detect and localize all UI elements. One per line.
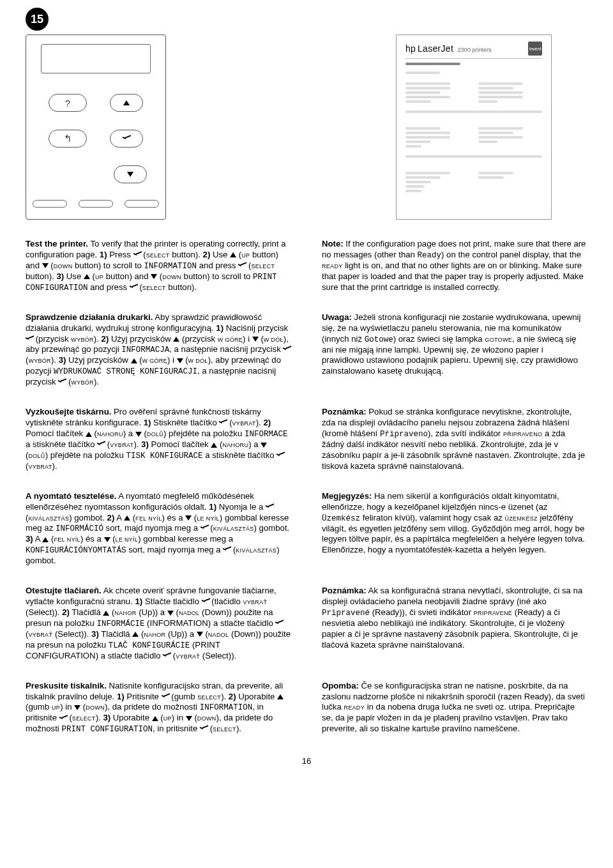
check-icon <box>97 442 105 448</box>
triangle-down-icon <box>167 611 174 616</box>
printout-brand: hp <box>405 43 416 54</box>
note-lead: Megjegyzés: <box>322 491 372 501</box>
instruction-left: Preskusite tiskalnik. Natisnite konfigur… <box>26 681 291 735</box>
check-icon <box>219 420 227 426</box>
triangle-down-icon <box>127 172 133 177</box>
triangle-down-icon <box>42 263 49 268</box>
triangle-up-icon <box>211 443 217 448</box>
check-icon <box>283 347 291 353</box>
printout-model: LaserJet <box>418 43 453 54</box>
instruction-left: Test the printer. To verify that the pri… <box>26 239 291 293</box>
note-lead: Note: <box>322 239 344 248</box>
note-lead: Opomba: <box>322 681 359 690</box>
triangle-up-icon <box>230 252 236 257</box>
printout-header: hp LaserJet 2300 printers invent <box>405 42 542 59</box>
config-page-printout: hp LaserJet 2300 printers invent <box>396 34 552 220</box>
check-icon <box>58 379 66 385</box>
figures-row: ? ↰ hp LaserJet 2300 printe <box>26 34 587 220</box>
panel-slot <box>33 200 67 208</box>
triangle-down-icon <box>186 716 192 721</box>
triangle-up-icon <box>124 515 130 521</box>
lead: Preskusite tiskalnik. <box>26 681 107 690</box>
triangle-down-icon <box>197 632 203 637</box>
triangle-up-icon <box>42 537 49 542</box>
lead: Vyzkoušejte tiskárnu. <box>26 407 111 416</box>
instruction-right: Opomba: Če se konfiguracijska stran ne n… <box>322 681 587 735</box>
triangle-down-icon <box>104 537 110 542</box>
triangle-down-icon <box>74 705 80 710</box>
control-panel-illustration: ? ↰ <box>26 34 166 220</box>
check-icon <box>163 653 170 659</box>
triangle-up-icon <box>277 694 284 699</box>
instruction-left: A nyomtató tesztelése. A nyomtató megfel… <box>26 491 291 567</box>
instruction-left: Sprawdzenie działania drukarki. Aby spra… <box>26 312 291 388</box>
check-icon <box>201 526 208 531</box>
triangle-up-icon <box>123 100 130 105</box>
select-button <box>110 130 143 148</box>
note-lead: Poznámka: <box>322 407 367 416</box>
back-button: ↰ <box>49 130 87 148</box>
instruction-right: Note: If the configuration page does not… <box>322 239 587 293</box>
up-button <box>110 94 143 112</box>
triangle-down-icon <box>185 515 192 521</box>
triangle-down-icon <box>177 358 183 363</box>
check-icon <box>266 505 273 510</box>
step-number-badge: 15 <box>26 8 49 31</box>
triangle-down-icon <box>151 274 157 279</box>
triangle-up-icon <box>131 358 137 363</box>
triangle-up-icon <box>84 274 90 279</box>
check-icon <box>130 285 137 291</box>
instruction-left: Otestujte tlačiareň. Ak chcete overiť sp… <box>26 586 291 661</box>
check-icon <box>202 599 209 605</box>
note-lead: Uwaga: <box>322 312 352 322</box>
triangle-up-icon <box>103 611 109 616</box>
lead: Otestujte tlačiareň. <box>26 586 102 595</box>
lead: Test the printer. <box>26 239 88 248</box>
note-lead: Poznámka: <box>322 586 367 595</box>
check-icon <box>223 547 231 553</box>
step-number: 15 <box>31 13 43 26</box>
down-button <box>114 165 147 183</box>
triangle-down-icon <box>252 337 259 342</box>
check-icon <box>276 453 284 459</box>
triangle-down-icon <box>261 443 267 448</box>
panel-slot <box>79 200 113 208</box>
check-icon <box>133 252 141 258</box>
instruction-right: Poznámka: Ak sa konfiguračná strana nevy… <box>322 586 587 661</box>
printout-variant: 2300 printers <box>458 47 492 53</box>
check-icon <box>59 716 67 722</box>
triangle-down-icon <box>135 432 142 437</box>
check-icon <box>238 263 246 269</box>
instruction-left: Vyzkoušejte tiskárnu. Pro ověření správn… <box>26 407 291 472</box>
check-icon <box>275 621 283 627</box>
panel-slot <box>125 200 159 208</box>
triangle-up-icon <box>132 632 139 637</box>
hp-logo-icon: invent <box>528 42 542 56</box>
check-icon <box>162 694 169 700</box>
triangle-up-icon <box>86 432 92 437</box>
lead: Sprawdzenie działania drukarki. <box>26 312 153 322</box>
lead: A nyomtató tesztelése. <box>26 491 116 501</box>
triangle-up-icon <box>173 337 179 342</box>
instruction-right: Uwaga: Jeżeli strona konfiguracji nie zo… <box>322 312 587 388</box>
check-icon <box>123 136 130 142</box>
check-icon <box>200 726 208 732</box>
instruction-grid: Test the printer. To verify that the pri… <box>26 239 587 735</box>
instruction-right: Poznámka: Pokud se stránka konfigurace n… <box>322 407 587 472</box>
check-icon <box>26 337 33 342</box>
instruction-right: Megjegyzés: Ha nem sikerül a konfiguráci… <box>322 491 587 567</box>
help-button: ? <box>49 94 87 112</box>
triangle-up-icon <box>152 716 158 721</box>
page-number: 16 <box>26 756 587 766</box>
lcd-screen <box>41 44 151 73</box>
